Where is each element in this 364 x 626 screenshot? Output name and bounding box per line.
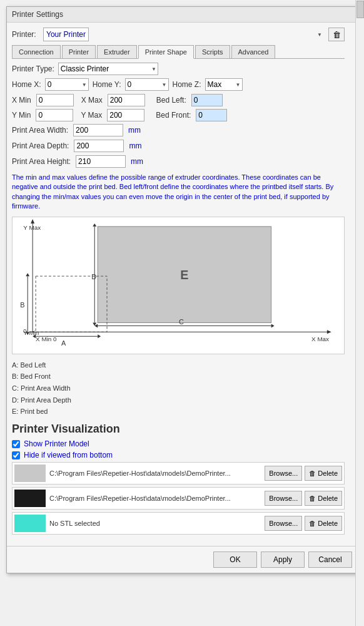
printer-row: Printer: Your Printer 🗑	[12, 28, 345, 41]
delete-model-button-1[interactable]: 🗑 Delete	[305, 491, 342, 506]
tabs-bar: Connection Printer Extruder Printer Shap…	[12, 45, 345, 59]
legend-c: C: Print Area Width	[12, 382, 345, 394]
bed-left-label: Bed Left:	[156, 96, 186, 105]
print-area-height-row: Print Area Height: mm	[12, 155, 345, 168]
x-max-label: X Max	[81, 96, 103, 105]
tab-scripts[interactable]: Scripts	[195, 45, 230, 58]
printer-label: Printer:	[12, 30, 43, 39]
home-x-select[interactable]: 0	[45, 78, 89, 91]
legend-a: A: Bed Left	[12, 359, 345, 371]
trash-icon-0: 🗑	[309, 470, 316, 477]
print-depth-input[interactable]	[74, 140, 124, 152]
tab-extruder[interactable]: Extruder	[97, 45, 137, 58]
delete-model-button-2[interactable]: 🗑 Delete	[305, 516, 342, 531]
model-color-0	[14, 464, 46, 482]
y-max-input[interactable]	[107, 109, 144, 121]
hide-bottom-checkbox[interactable]	[12, 451, 20, 459]
svg-text:B: B	[20, 300, 24, 308]
home-row: Home X: 0 Home Y: 0 Home Z: Max	[12, 78, 345, 91]
visualization-title: Printer Visualization	[12, 423, 345, 436]
legend-d: D: Print Area Depth	[12, 394, 345, 406]
trash-icon-2: 🗑	[309, 520, 316, 527]
model-row-2: No STL selected Browse... 🗑 Delete	[12, 512, 345, 535]
printer-select-wrapper[interactable]: Your Printer	[43, 28, 325, 41]
model-path-2: No STL selected	[49, 520, 262, 527]
delete-printer-button[interactable]: 🗑	[328, 28, 345, 41]
bed-diagram-svg: E Y Max Y Min X Min 0 X Max 0	[13, 217, 344, 354]
browse-button-0[interactable]: Browse...	[265, 466, 302, 481]
print-width-input[interactable]	[73, 124, 123, 136]
bed-left-input[interactable]	[191, 94, 223, 106]
model-color-2	[14, 515, 46, 532]
home-x-label: Home X:	[12, 80, 41, 89]
visualization-section: Printer Visualization Show Printer Model…	[12, 423, 345, 535]
model-row-1: C:\Program Files\Repetier-Host\data\mode…	[12, 487, 345, 510]
browse-button-2[interactable]: Browse...	[265, 516, 302, 531]
y-min-label: Y Min	[12, 111, 31, 120]
info-text: The min and max values define the possib…	[12, 173, 345, 212]
printer-type-row: Printer Type: Classic Printer	[12, 63, 345, 75]
svg-text:X Min  0: X Min 0	[36, 336, 57, 342]
home-y-wrapper[interactable]: 0	[125, 78, 169, 91]
home-y-label: Home Y:	[93, 80, 121, 89]
tab-printer[interactable]: Printer	[62, 45, 96, 58]
home-x-wrapper[interactable]: 0	[45, 78, 89, 91]
x-min-input[interactable]	[36, 94, 74, 106]
print-area-depth-row: Print Area Depth: mm	[12, 140, 345, 152]
delete-model-button-0[interactable]: 🗑 Delete	[305, 466, 342, 481]
hide-bottom-label: Hide if viewed from bottom	[24, 451, 113, 459]
print-height-unit: mm	[131, 157, 143, 166]
svg-text:X Max: X Max	[311, 336, 329, 342]
print-area-width-row: Print Area Width: mm	[12, 124, 345, 136]
apply-button[interactable]: Apply	[261, 552, 305, 568]
printer-settings-window: Printer Settings Printer: Your Printer 🗑…	[6, 6, 358, 573]
home-z-label: Home Z:	[173, 80, 201, 89]
svg-text:Y Max: Y Max	[23, 223, 41, 230]
show-model-checkbox[interactable]	[12, 440, 20, 448]
print-depth-label: Print Area Depth:	[12, 141, 69, 150]
tab-connection[interactable]: Connection	[12, 45, 61, 58]
trash-icon-1: 🗑	[309, 495, 316, 502]
model-color-1	[14, 490, 46, 507]
home-z-select[interactable]: Max	[205, 78, 243, 91]
show-model-label: Show Printer Model	[24, 439, 89, 448]
hide-bottom-row: Hide if viewed from bottom	[12, 451, 345, 459]
browse-button-1[interactable]: Browse...	[265, 491, 302, 506]
print-height-input[interactable]	[76, 155, 126, 168]
bed-front-input[interactable]	[196, 109, 227, 121]
cancel-button[interactable]: Cancel	[308, 552, 352, 568]
svg-text:0: 0	[23, 328, 26, 334]
footer-buttons: OK Apply Cancel	[7, 546, 357, 573]
ok-button[interactable]: OK	[213, 552, 257, 568]
diagram-legend: A: Bed Left B: Bed Front C: Print Area W…	[12, 359, 345, 418]
tab-advanced[interactable]: Advanced	[231, 45, 276, 58]
svg-text:D: D	[91, 273, 96, 280]
print-height-label: Print Area Height:	[12, 157, 71, 166]
y-min-input[interactable]	[36, 109, 73, 121]
scrollbar-thumb[interactable]	[356, 1, 364, 18]
xmin-xmax-bedleft-row: X Min X Max Bed Left:	[12, 94, 345, 106]
svg-text:E: E	[180, 268, 188, 282]
svg-text:A: A	[61, 339, 66, 347]
printer-type-dropdown-wrapper[interactable]: Classic Printer	[58, 63, 158, 75]
model-path-1: C:\Program Files\Repetier-Host\data\mode…	[49, 495, 262, 502]
diagram: E Y Max Y Min X Min 0 X Max 0	[12, 217, 345, 354]
x-min-label: X Min	[12, 96, 31, 105]
print-width-label: Print Area Width:	[12, 126, 68, 135]
home-z-wrapper[interactable]: Max	[205, 78, 243, 91]
printer-type-label: Printer Type:	[12, 64, 54, 73]
home-y-select[interactable]: 0	[125, 78, 169, 91]
print-depth-unit: mm	[129, 141, 141, 150]
ymin-ymax-bedfront-row: Y Min Y Max Bed Front:	[12, 109, 345, 121]
scrollbar[interactable]	[355, 0, 364, 626]
model-row-0: C:\Program Files\Repetier-Host\data\mode…	[12, 462, 345, 485]
printer-select[interactable]: Your Printer	[43, 28, 89, 41]
legend-e: E: Print bed	[12, 406, 345, 418]
show-model-row: Show Printer Model	[12, 439, 345, 448]
tab-printer-shape[interactable]: Printer Shape	[138, 45, 194, 59]
x-max-input[interactable]	[108, 94, 145, 106]
svg-text:C: C	[179, 318, 184, 326]
y-max-label: Y Max	[81, 111, 102, 120]
printer-type-select[interactable]: Classic Printer	[58, 63, 158, 75]
model-path-0: C:\Program Files\Repetier-Host\data\mode…	[49, 470, 262, 477]
